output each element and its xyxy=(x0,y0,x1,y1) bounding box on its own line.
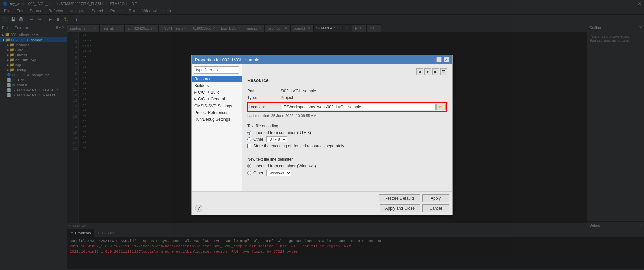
nav-forward-button[interactable]: ▼ xyxy=(424,68,431,75)
nav-item-builders[interactable]: Builders xyxy=(192,82,241,89)
dialog-maximize-button[interactable]: □ xyxy=(436,57,442,62)
cancel-button[interactable]: Cancel xyxy=(422,204,449,212)
path-value: /002_LVGL_sample xyxy=(281,89,316,93)
dialog-title-bar: Properties for 002_LVGL_sample □ ✕ xyxy=(192,55,452,64)
restore-defaults-button[interactable]: Restore Defaults xyxy=(379,194,420,202)
modal-overlay: Properties for 002_LVGL_sample □ ✕ Resou… xyxy=(0,0,644,269)
nav-back-button[interactable]: ◀ xyxy=(416,68,423,75)
dialog-title: Properties for 002_LVGL_sample xyxy=(195,57,259,62)
delimiter-other-row: Other: Windows xyxy=(247,170,447,176)
help-button[interactable]: ? xyxy=(195,205,202,212)
nav-item-cmsis[interactable]: CMSIS-SVD Settings xyxy=(192,103,241,109)
encoding-select[interactable]: UTF-8 xyxy=(266,136,287,142)
location-input[interactable] xyxy=(282,104,436,110)
dialog-content-panel: ◀ ▼ ▶ ☰ Resource Path: /002_LVGL_sample … xyxy=(242,64,452,191)
delimiter-section: New text file line delimiter Inherited f… xyxy=(247,154,447,177)
nav-item-cpp-build[interactable]: ▶ C/C++ Build xyxy=(192,89,241,96)
delimiter-inherited-label: Inherited from container (Windows) xyxy=(253,164,316,168)
path-row: Path: /002_LVGL_sample xyxy=(247,89,447,93)
nav-item-label: Resource xyxy=(194,77,211,81)
nav-forward2-button[interactable]: ▶ xyxy=(432,68,439,75)
text-encoding-title: Text file encoding xyxy=(247,124,447,128)
store-encoding-row: Store the encoding of derived resources … xyxy=(247,144,447,148)
resource-section-title: Resource xyxy=(247,78,447,85)
location-browse-button[interactable]: 📂 xyxy=(436,104,446,110)
apply-button[interactable]: Apply xyxy=(422,194,449,202)
dialog-close-button[interactable]: ✕ xyxy=(444,57,449,62)
nav-item-label: C/C++ Build xyxy=(198,90,220,95)
dialog-body: Resource Builders ▶ C/C++ Build ▶ C/C++ … xyxy=(192,64,452,191)
nav-item-label: Project References xyxy=(194,110,228,115)
nav-item-resource[interactable]: Resource xyxy=(192,76,241,82)
nav-item-label: Builders xyxy=(194,83,209,88)
dialog-footer: Restore Defaults Apply ? Apply and Close… xyxy=(192,191,452,215)
inherited-encoding-radio[interactable] xyxy=(247,131,251,135)
dialog-title-controls: □ ✕ xyxy=(436,57,449,62)
inherited-encoding-label: Inherited from container (UTF-8) xyxy=(253,130,311,135)
location-label: Location: xyxy=(249,105,282,109)
nav-item-cpp-general[interactable]: ▶ C/C++ General xyxy=(192,96,241,103)
nav-tree: Resource Builders ▶ C/C++ Build ▶ C/C++ … xyxy=(192,76,241,191)
type-value: Project xyxy=(281,95,293,100)
delimiter-other-radio[interactable] xyxy=(247,171,251,175)
properties-dialog: Properties for 002_LVGL_sample □ ✕ Resou… xyxy=(191,55,453,215)
dialog-nav-panel: Resource Builders ▶ C/C++ Build ▶ C/C++ … xyxy=(192,64,242,191)
nav-item-label: C/C++ General xyxy=(198,97,225,102)
nav-item-label: Run/Debug Settings xyxy=(194,117,230,122)
delimiter-title: New text file line delimiter xyxy=(247,157,447,162)
nav-menu-button[interactable]: ☰ xyxy=(440,68,447,75)
dialog-nav-bar: ◀ ▼ ▶ ☰ xyxy=(247,68,447,75)
nav-item-run-debug[interactable]: Run/Debug Settings xyxy=(192,116,241,123)
nav-expand-icon: ▶ xyxy=(194,91,197,94)
footer-top-row: Restore Defaults Apply xyxy=(195,194,449,202)
filter-input[interactable] xyxy=(194,66,239,74)
other-encoding-radio[interactable] xyxy=(247,137,251,141)
nav-item-label: CMSIS-SVD Settings xyxy=(194,104,232,108)
nav-item-project-refs[interactable]: Project References xyxy=(192,109,241,116)
last-modified-text: Last modified: 25 June 2022, 10:09:55 AM xyxy=(247,114,447,118)
delimiter-select[interactable]: Windows xyxy=(266,170,291,176)
delimiter-other-label: Other: xyxy=(253,171,264,175)
delimiter-inherited-radio[interactable] xyxy=(247,164,251,168)
store-encoding-checkbox[interactable] xyxy=(247,144,251,148)
footer-bottom-right: Apply and Close Cancel xyxy=(380,204,449,212)
footer-bottom-row: ? Apply and Close Cancel xyxy=(195,204,449,212)
path-label: Path: xyxy=(247,89,281,93)
store-encoding-label: Store the encoding of derived resources … xyxy=(253,144,344,148)
apply-and-close-button[interactable]: Apply and Close xyxy=(380,204,420,212)
location-row: Location: 📂 xyxy=(247,102,447,112)
type-label: Type: xyxy=(247,95,281,100)
other-encoding-row: Other: UTF-8 xyxy=(247,136,447,142)
nav-expand-icon: ▶ xyxy=(194,97,197,101)
inherited-encoding-row: Inherited from container (UTF-8) xyxy=(247,130,447,135)
delimiter-inherited-row: Inherited from container (Windows) xyxy=(247,164,447,168)
other-encoding-label: Other: xyxy=(253,137,264,142)
type-row: Type: Project xyxy=(247,95,447,100)
